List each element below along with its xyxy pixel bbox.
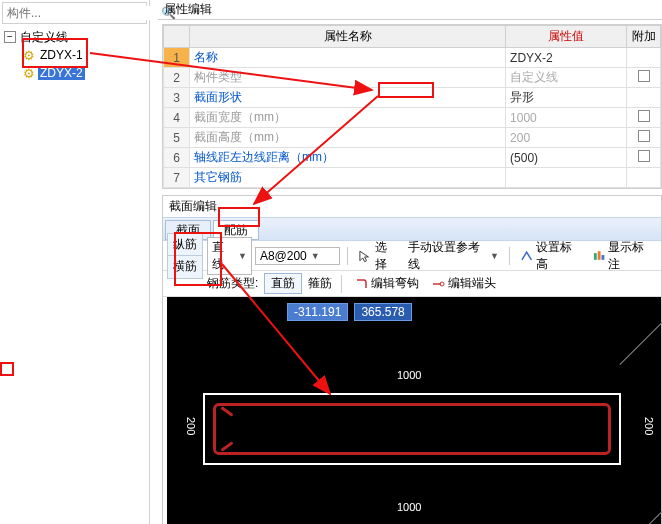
- svg-rect-1: [598, 251, 601, 260]
- line-type-label: 直线: [212, 239, 234, 273]
- straight-rebar-button[interactable]: 直筋: [264, 273, 302, 294]
- tree-item[interactable]: ⚙ ZDYX-1: [0, 46, 149, 64]
- row-number: 3: [164, 88, 190, 108]
- tree-item-label: ZDYX-2: [38, 66, 85, 80]
- stirrup-rebar-button[interactable]: 箍筋: [308, 275, 332, 292]
- property-panel-title: 属性编辑: [158, 0, 662, 20]
- chevron-down-icon: ▼: [238, 251, 247, 261]
- prop-extra[interactable]: [627, 148, 661, 168]
- set-elevation-button[interactable]: 设置标高: [517, 238, 585, 274]
- show-markers-button[interactable]: 显示标注: [589, 238, 657, 274]
- chevron-down-icon: ▼: [311, 251, 320, 261]
- prop-value[interactable]: 1000: [506, 108, 627, 128]
- row-number: 2: [164, 68, 190, 88]
- tree-root-label: 自定义线: [18, 29, 70, 46]
- stirrup-shape: [213, 403, 611, 455]
- checkbox-icon[interactable]: [638, 110, 650, 122]
- property-row[interactable]: 4截面宽度（mm）1000: [164, 108, 661, 128]
- prop-extra[interactable]: [627, 128, 661, 148]
- gear-icon: ⚙: [22, 66, 36, 80]
- dim-height-left: 200: [185, 417, 197, 435]
- cursor-icon: [358, 249, 371, 263]
- manual-refline-button[interactable]: 手动设置参考线 ▼: [405, 238, 503, 274]
- rebar-spec-value: A8@200: [260, 249, 307, 263]
- edit-end-button[interactable]: 编辑端头: [428, 274, 499, 293]
- select-button[interactable]: 选择: [355, 238, 400, 274]
- svg-rect-0: [594, 253, 597, 260]
- diag-line: [619, 511, 662, 524]
- prop-name: 截面形状: [190, 88, 506, 108]
- component-tree-panel: 🔍 − 自定义线 ⚙ ZDYX-1 ⚙ ZDYX-2: [0, 0, 150, 524]
- toolbar-rebar-type: 钢筋类型: 直筋 箍筋 编辑弯钩 编辑端头: [163, 271, 661, 297]
- prop-extra[interactable]: [627, 68, 661, 88]
- dim-width-bottom: 1000: [397, 501, 421, 513]
- checkbox-icon[interactable]: [638, 150, 650, 162]
- line-type-dropdown[interactable]: 直线 ▼: [207, 237, 252, 275]
- toolbar-main: 纵筋 横筋 直线 ▼ A8@200 ▼: [163, 241, 661, 271]
- diag-line: [619, 322, 662, 365]
- checkbox-icon[interactable]: [638, 130, 650, 142]
- prop-extra[interactable]: [627, 168, 661, 188]
- prop-value[interactable]: 自定义线: [506, 68, 627, 88]
- rebar-type-label: 钢筋类型:: [207, 275, 258, 292]
- col-rownum: [164, 26, 190, 48]
- property-grid: 属性名称 属性值 附加 1名称ZDYX-22构件类型自定义线3截面形状异形4截面…: [162, 24, 662, 189]
- prop-value[interactable]: 200: [506, 128, 627, 148]
- edit-hook-button[interactable]: 编辑弯钩: [351, 274, 422, 293]
- search-input[interactable]: [3, 6, 161, 20]
- side-tab-transverse[interactable]: 横筋: [168, 256, 202, 278]
- property-row[interactable]: 2构件类型自定义线: [164, 68, 661, 88]
- prop-name: 构件类型: [190, 68, 506, 88]
- property-row[interactable]: 1名称ZDYX-2: [164, 48, 661, 68]
- row-number: 4: [164, 108, 190, 128]
- row-number: 7: [164, 168, 190, 188]
- col-value: 属性值: [506, 26, 627, 48]
- hook-icon: [354, 277, 368, 291]
- separator: [347, 247, 348, 265]
- col-name: 属性名称: [190, 26, 506, 48]
- prop-extra[interactable]: [627, 88, 661, 108]
- tree-root[interactable]: − 自定义线: [0, 28, 149, 46]
- prop-name: 轴线距左边线距离（mm）: [190, 148, 506, 168]
- prop-extra[interactable]: [627, 108, 661, 128]
- prop-extra[interactable]: [627, 48, 661, 68]
- separator: [341, 275, 342, 293]
- section-canvas[interactable]: -311.191 365.578 1000 200 200 1000: [167, 297, 661, 524]
- coord-y: 365.578: [354, 303, 411, 321]
- tree-item[interactable]: ⚙ ZDYX-2: [0, 64, 149, 82]
- coordinate-readout: -311.191 365.578: [287, 303, 412, 321]
- side-tab-longitudinal[interactable]: 纵筋: [168, 234, 202, 256]
- property-row[interactable]: 6轴线距左边线距离（mm）(500): [164, 148, 661, 168]
- end-icon: [431, 277, 445, 291]
- tree-item-label: ZDYX-1: [38, 48, 85, 62]
- row-number: 5: [164, 128, 190, 148]
- property-row[interactable]: 3截面形状异形: [164, 88, 661, 108]
- tree: − 自定义线 ⚙ ZDYX-1 ⚙ ZDYX-2: [0, 26, 149, 84]
- dim-width-top: 1000: [397, 369, 421, 381]
- section-editor: 截面编辑 截面 配筋 纵筋 横筋 直线 ▼: [162, 195, 662, 524]
- coord-x: -311.191: [287, 303, 348, 321]
- prop-name: 截面宽度（mm）: [190, 108, 506, 128]
- collapse-icon[interactable]: −: [4, 31, 16, 43]
- prop-value[interactable]: ZDYX-2: [506, 48, 627, 68]
- right-panel: 属性编辑 属性名称 属性值 附加 1名称ZDYX-22构件类型自定义线3截面形状…: [158, 0, 662, 524]
- chevron-down-icon: ▼: [490, 251, 499, 261]
- col-extra: 附加: [627, 26, 661, 48]
- property-row[interactable]: 5截面高度（mm）200: [164, 128, 661, 148]
- row-number: 6: [164, 148, 190, 168]
- svg-rect-2: [602, 255, 605, 260]
- section-editor-title: 截面编辑: [163, 196, 661, 217]
- property-row[interactable]: 7其它钢筋: [164, 168, 661, 188]
- dim-height-right: 200: [643, 417, 655, 435]
- separator: [509, 247, 510, 265]
- prop-name: 其它钢筋: [190, 168, 506, 188]
- rebar-spec-dropdown[interactable]: A8@200 ▼: [255, 247, 341, 265]
- elevation-icon: [520, 249, 533, 263]
- prop-value[interactable]: 异形: [506, 88, 627, 108]
- prop-value[interactable]: [506, 168, 627, 188]
- checkbox-icon[interactable]: [638, 70, 650, 82]
- prop-value[interactable]: (500): [506, 148, 627, 168]
- gear-icon: ⚙: [22, 48, 36, 62]
- markers-icon: [592, 249, 605, 263]
- search-box: 🔍: [2, 2, 147, 24]
